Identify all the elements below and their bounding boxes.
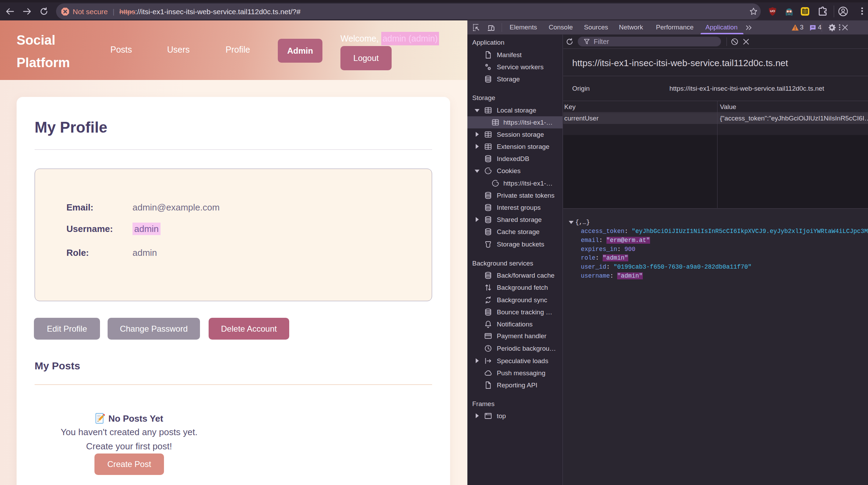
svg-text:UO: UO <box>770 9 775 13</box>
